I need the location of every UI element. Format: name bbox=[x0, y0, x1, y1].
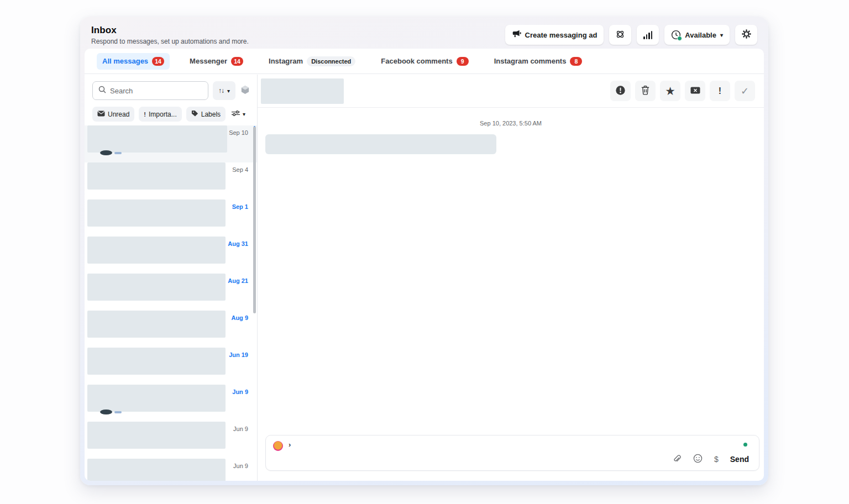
mark-important-button[interactable]: ! bbox=[710, 81, 730, 101]
mark-unread-button[interactable] bbox=[685, 81, 705, 101]
conversation-list-item[interactable]: Jun 9 bbox=[85, 385, 257, 422]
unread-count-badge: 14 bbox=[152, 57, 164, 66]
tab-label: Instagram bbox=[269, 57, 303, 65]
mark-done-button[interactable]: ✓ bbox=[735, 81, 755, 101]
smiley-icon bbox=[693, 454, 703, 465]
conversation-list-item[interactable]: Aug 31 bbox=[85, 237, 257, 274]
tab-instagram-comments[interactable]: Instagram comments 8 bbox=[489, 53, 588, 70]
redacted-contact-name bbox=[261, 78, 344, 104]
chevron-right-icon[interactable]: › bbox=[289, 440, 291, 449]
page-avatar[interactable] bbox=[273, 441, 283, 451]
sliders-icon bbox=[231, 109, 240, 119]
scrollbar[interactable] bbox=[253, 127, 256, 313]
bar-chart-icon bbox=[643, 31, 652, 39]
tab-messenger[interactable]: Messenger 14 bbox=[184, 53, 249, 70]
conversation-list-item[interactable]: Sep 10 bbox=[85, 125, 257, 162]
conversation-list-item[interactable]: Aug 21 bbox=[85, 274, 257, 311]
conversation-list: Sep 10 Sep 4 Sep 1 Aug 31 bbox=[85, 122, 257, 481]
filter-unread[interactable]: Unread bbox=[92, 107, 134, 122]
connected-status-dot bbox=[743, 443, 747, 447]
tab-all-messages[interactable]: All messages 14 bbox=[97, 53, 170, 70]
send-button[interactable]: Send bbox=[730, 455, 749, 464]
chevron-down-icon: ▾ bbox=[243, 111, 245, 117]
exclamation-icon: ! bbox=[719, 86, 721, 96]
gear-icon bbox=[741, 29, 752, 41]
inbox-app-window: Inbox Respond to messages, set up automa… bbox=[80, 17, 768, 485]
conversation-list-item[interactable]: Sep 4 bbox=[85, 162, 257, 200]
redacted-conversation-preview bbox=[87, 385, 226, 412]
tab-label: Messenger bbox=[190, 57, 227, 65]
settings-button[interactable] bbox=[735, 25, 757, 45]
inbox-content: ↑↓ ▾ Unread bbox=[85, 75, 764, 481]
dollar-icon: $ bbox=[714, 455, 719, 464]
page-header-text: Inbox Respond to messages, set up automa… bbox=[91, 25, 249, 45]
availability-dropdown[interactable]: Available ▾ bbox=[664, 25, 730, 45]
tab-label: Facebook comments bbox=[381, 57, 452, 65]
redacted-conversation-preview bbox=[87, 422, 226, 449]
redacted-conversation-preview bbox=[87, 200, 226, 227]
hexagon-icon[interactable] bbox=[240, 85, 250, 97]
redacted-conversation-preview bbox=[87, 274, 226, 301]
automations-button[interactable] bbox=[609, 25, 631, 45]
filter-label: Labels bbox=[201, 111, 221, 118]
conversation-date: Sep 4 bbox=[232, 166, 248, 173]
conversation-list-item[interactable]: Jun 9 bbox=[85, 422, 257, 459]
conversation-date: Sep 1 bbox=[232, 203, 248, 210]
search-input[interactable] bbox=[110, 87, 202, 95]
tag-icon bbox=[191, 110, 198, 119]
conversation-list-item[interactable]: Jun 9 bbox=[85, 459, 257, 481]
header-actions: Create messaging ad bbox=[505, 25, 757, 45]
delete-button[interactable] bbox=[635, 81, 656, 101]
conversation-date: Aug 31 bbox=[228, 240, 248, 247]
follow-up-button[interactable]: ★ bbox=[660, 81, 680, 101]
tab-facebook-comments[interactable]: Facebook comments 9 bbox=[375, 53, 474, 70]
filter-important[interactable]: ! Importa... bbox=[139, 107, 181, 122]
avatar bbox=[100, 410, 112, 414]
payment-button[interactable]: $ bbox=[714, 455, 719, 464]
conversation-date: Jun 9 bbox=[233, 463, 248, 469]
attach-file-button[interactable] bbox=[672, 454, 682, 465]
conversation-date: Jun 9 bbox=[233, 426, 248, 432]
inbox-panel: All messages 14 Messenger 14 Instagram D… bbox=[85, 49, 764, 481]
page-subtitle: Respond to messages, set up automations … bbox=[91, 38, 249, 45]
avatar bbox=[100, 150, 112, 155]
envelope-icon bbox=[97, 111, 105, 118]
unread-count-badge: 14 bbox=[231, 57, 243, 66]
megaphone-icon bbox=[512, 30, 521, 40]
page-title: Inbox bbox=[91, 25, 249, 36]
conversation-list-item[interactable]: Aug 9 bbox=[85, 311, 257, 348]
sort-dropdown[interactable]: ↑↓ ▾ bbox=[213, 81, 235, 100]
message-thread: Sep 10, 2023, 5:50 AM bbox=[258, 108, 764, 154]
envelope-x-icon bbox=[690, 87, 700, 96]
channel-tabs: All messages 14 Messenger 14 Instagram D… bbox=[85, 49, 764, 74]
tab-label: Instagram comments bbox=[494, 57, 567, 65]
filter-label: Importa... bbox=[149, 111, 177, 118]
conversation-list-item[interactable]: Sep 1 bbox=[85, 200, 257, 237]
filter-labels[interactable]: Labels bbox=[186, 107, 226, 122]
screen: Inbox Respond to messages, set up automa… bbox=[0, 0, 849, 504]
unread-count-badge: 8 bbox=[570, 57, 582, 66]
message-composer[interactable]: › bbox=[265, 435, 759, 471]
redacted-message-bubble bbox=[265, 134, 496, 154]
chevron-down-icon: ▾ bbox=[227, 88, 230, 94]
availability-label: Available bbox=[685, 31, 716, 39]
list-toolbar: ↑↓ ▾ bbox=[85, 75, 257, 102]
more-filters-dropdown[interactable]: ▾ bbox=[230, 108, 247, 120]
conversation-list-item[interactable]: Jun 19 bbox=[85, 348, 257, 385]
conversation-date: Aug 21 bbox=[228, 277, 248, 284]
search-icon bbox=[98, 86, 106, 96]
report-button[interactable] bbox=[610, 81, 631, 101]
create-messaging-ad-button[interactable]: Create messaging ad bbox=[505, 25, 604, 45]
filter-label: Unread bbox=[108, 111, 129, 118]
conversation-header: ★ ! ✓ bbox=[258, 75, 764, 108]
insights-button[interactable] bbox=[637, 25, 659, 45]
available-status-dot bbox=[677, 36, 682, 41]
redacted-conversation-preview bbox=[87, 237, 226, 264]
unread-count-badge: 9 bbox=[457, 57, 469, 66]
paperclip-icon bbox=[672, 454, 682, 465]
redacted-conversation-preview bbox=[87, 311, 226, 338]
emoji-button[interactable] bbox=[693, 454, 703, 465]
tab-instagram[interactable]: Instagram Disconnected bbox=[263, 53, 361, 70]
conversation-date: Jun 9 bbox=[232, 389, 248, 395]
message-timestamp: Sep 10, 2023, 5:50 AM bbox=[258, 120, 764, 127]
